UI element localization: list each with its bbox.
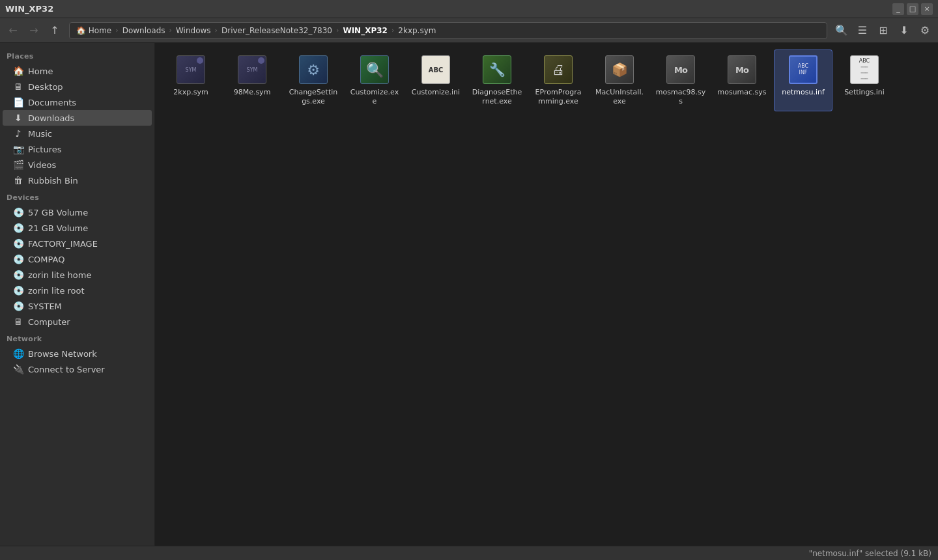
sidebar-item-vol21[interactable]: 💿 21 GB Volume [3,220,152,236]
file-item-customizeini[interactable]: ABC Customize.ini [406,49,465,111]
file-icon-customizeini: ABC [420,54,451,85]
sidebar-item-browse-network[interactable]: 🌐 Browse Network [3,346,152,361]
sidebar-item-zorin-root[interactable]: 💿 zorin lite root [3,283,152,298]
sidebar-item-music[interactable]: ♪ Music [3,126,152,141]
status-text: "netmosu.inf" selected (9.1 kB) [809,549,931,558]
file-item-macuninstall[interactable]: 📦 MacUnInstall.exe [590,49,649,111]
download-icon: ⬇ [900,24,908,36]
file-icon-2kxpsym: SYM [175,54,206,85]
sidebar-label-desktop: Desktop [28,82,63,92]
desktop-icon: 🖥 [13,81,23,92]
devices-header: Devices [0,188,154,204]
sidebar-item-documents[interactable]: 📄 Documents [3,94,152,110]
system-icon: 💿 [13,301,23,311]
file-label-changesettings: ChangeSettings.exe [287,88,339,107]
back-button[interactable]: ← [4,21,22,40]
titlebar: WIN_XP32 _ □ × [0,0,938,18]
file-item-2kxpsym[interactable]: SYM 2kxp.sym [162,49,220,111]
sidebar-label-music: Music [28,129,52,139]
magnify-icon: 🔍 [366,62,384,78]
close-button[interactable]: × [921,3,933,15]
eprom-icon: 🖨 [552,62,565,77]
file-item-98mesym[interactable]: SYM 98Me.sym [223,49,281,111]
file-label-macuninstall: MacUnInstall.exe [593,88,646,107]
maximize-button[interactable]: □ [907,3,918,15]
grid-button[interactable]: ⊞ [874,21,892,40]
window-controls[interactable]: _ □ × [892,3,933,15]
sidebar-item-connect-server[interactable]: 🔌 Connect to Server [3,361,152,377]
browse-network-icon: 🌐 [13,348,23,359]
file-item-eprom[interactable]: 🖨 EPromProgramming.exe [529,49,588,111]
file-icon-changesettings: ⚙ [298,54,329,85]
home-icon: 🏠 [13,66,23,76]
sidebar-item-zorin-home[interactable]: 💿 zorin lite home [3,267,152,283]
menu-button[interactable]: ☰ [853,21,872,40]
menu-icon: ☰ [858,24,867,36]
breadcrumb-driver[interactable]: Driver_ReleaseNote32_7830 [219,26,335,35]
sidebar-label-zorin-home: zorin lite home [28,270,91,280]
forward-icon: → [29,24,38,36]
forward-button[interactable]: → [25,21,43,40]
file-item-mosumac[interactable]: Mo mosumac.sys [713,49,771,111]
breadcrumb-windows[interactable]: Windows [173,26,214,35]
breadcrumb: 🏠 Home › Downloads › Windows › Driver_Re… [69,22,827,39]
sidebar-item-vol57[interactable]: 💿 57 GB Volume [3,204,152,220]
breadcrumb-home[interactable]: 🏠 Home [74,26,114,35]
breadcrumb-winxp32[interactable]: WIN_XP32 [340,26,390,35]
network-header: Network [0,329,154,346]
file-icon-mosmac98: Mo [665,54,696,85]
statusbar: "netmosu.inf" selected (9.1 kB) [0,546,938,560]
sidebar-label-browse-network: Browse Network [28,349,97,359]
file-item-mosmac98[interactable]: Mo mosmac98.sys [651,49,710,111]
network-card-icon: 🔧 [489,62,505,77]
file-icon-mosumac: Mo [726,54,758,85]
sidebar-label-vol21: 21 GB Volume [28,223,88,233]
gear-icon: ⚙ [307,62,320,78]
file-item-netmosu[interactable]: ABCINF netmosu.inf [774,49,832,111]
sidebar-label-downloads: Downloads [28,113,74,123]
sidebar-label-documents: Documents [28,98,76,107]
sidebar-item-home[interactable]: 🏠 Home [3,63,152,79]
sidebar-item-computer[interactable]: 🖥 Computer [3,314,152,329]
sidebar-item-pictures[interactable]: 📷 Pictures [3,141,152,157]
sidebar-label-vol57: 57 GB Volume [28,208,88,217]
sidebar-label-computer: Computer [28,317,70,327]
zorin-home-icon: 💿 [13,270,23,280]
sidebar-item-factory[interactable]: 💿 FACTORY_IMAGE [3,236,152,251]
file-item-customizeexe[interactable]: 🔍 Customize.exe [345,49,404,111]
sidebar-item-rubbish[interactable]: 🗑 Rubbish Bin [3,173,152,188]
file-label-2kxpsym: 2kxp.sym [173,88,208,97]
computer-icon: 🖥 [13,316,23,327]
file-icon-customizeexe: 🔍 [359,54,390,85]
sidebar-item-downloads[interactable]: ⬇ Downloads [3,110,152,126]
sidebar-item-system[interactable]: 💿 SYSTEM [3,298,152,314]
settings-button[interactable]: ⚙ [916,21,934,40]
sidebar-label-pictures: Pictures [28,145,61,154]
search-button[interactable]: 🔍 [832,21,851,40]
sidebar-item-desktop[interactable]: 🖥 Desktop [3,79,152,94]
file-icon-settingsini: ABC───────── [849,54,880,85]
minimize-button[interactable]: _ [892,3,904,15]
connect-server-icon: 🔌 [13,364,23,374]
sidebar-label-connect-server: Connect to Server [28,365,105,374]
up-button[interactable]: ↑ [46,21,64,40]
file-label-settingsini: Settings.ini [844,88,885,97]
rubbish-icon: 🗑 [13,175,23,186]
sidebar: Places 🏠 Home 🖥 Desktop 📄 Documents ⬇ Do… [0,43,155,546]
breadcrumb-downloads[interactable]: Downloads [120,26,168,35]
file-item-changesettings[interactable]: ⚙ ChangeSettings.exe [284,49,343,111]
sidebar-item-compaq[interactable]: 💿 COMPAQ [3,251,152,267]
file-item-settingsini[interactable]: ABC───────── Settings.ini [835,49,894,111]
toolbar: ← → ↑ 🏠 Home › Downloads › Windows › Dri… [0,18,938,43]
file-icon-98mesym: SYM [236,54,268,85]
file-label-mosmac98: mosmac98.sys [655,88,707,107]
back-icon: ← [8,24,17,36]
file-label-customizeini: Customize.ini [412,88,460,97]
sidebar-label-home: Home [28,66,53,76]
file-label-diagnose: DiagnoseEthernet.exe [471,88,523,107]
sidebar-item-videos[interactable]: 🎬 Videos [3,157,152,173]
download-button[interactable]: ⬇ [895,21,913,40]
downloads-icon: ⬇ [13,113,23,123]
breadcrumb-2kxpsym[interactable]: 2kxp.sym [395,26,438,35]
file-item-diagnose[interactable]: 🔧 DiagnoseEthernet.exe [468,49,526,111]
